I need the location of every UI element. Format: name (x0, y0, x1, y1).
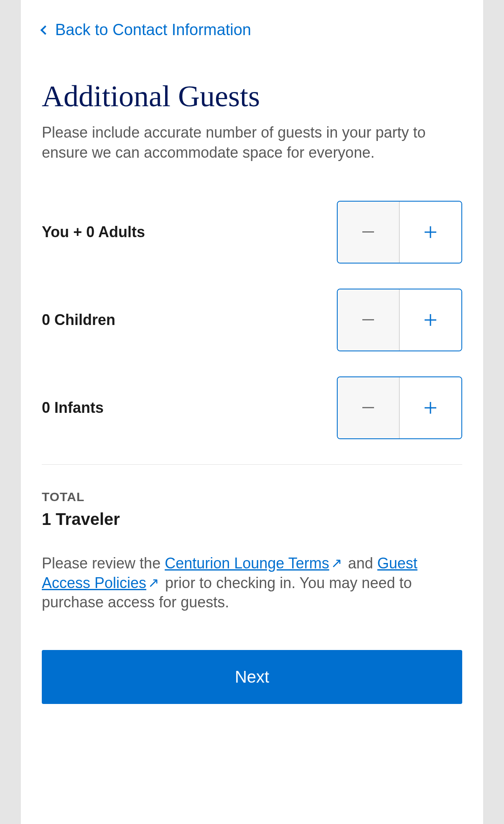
infants-stepper-label: 0 Infants (42, 399, 104, 417)
minus-icon (362, 407, 374, 408)
minus-icon (362, 231, 374, 233)
disclosure-text: Please review the Centurion Lounge Terms… (42, 554, 462, 612)
main-content: Back to Contact Information Additional G… (21, 0, 483, 824)
chevron-left-icon (41, 25, 50, 35)
infants-increment-button[interactable] (400, 377, 461, 438)
infants-stepper (337, 376, 462, 439)
centurion-lounge-terms-link[interactable]: Centurion Lounge Terms (165, 555, 329, 572)
children-decrement-button[interactable] (337, 289, 400, 351)
adults-increment-button[interactable] (400, 202, 461, 263)
children-stepper-row: 0 Children (42, 289, 462, 351)
adults-decrement-button[interactable] (337, 201, 400, 264)
minus-icon (362, 319, 374, 320)
external-link-icon: ↗ (148, 574, 159, 592)
back-link[interactable]: Back to Contact Information (42, 21, 462, 39)
page-description: Please include accurate number of guests… (42, 123, 462, 163)
total-label: TOTAL (42, 490, 462, 504)
next-button[interactable]: Next (42, 650, 462, 704)
back-link-label: Back to Contact Information (55, 21, 251, 39)
plus-icon (425, 402, 436, 414)
children-stepper (337, 289, 462, 351)
plus-icon (425, 314, 436, 326)
disclosure-middle: and (344, 555, 377, 572)
external-link-icon: ↗ (331, 555, 342, 572)
adults-stepper-row: You + 0 Adults (42, 201, 462, 264)
page-title: Additional Guests (42, 81, 462, 113)
adults-stepper (337, 201, 462, 264)
adults-stepper-label: You + 0 Adults (42, 223, 145, 241)
total-value: 1 Traveler (42, 510, 462, 529)
divider (42, 464, 462, 465)
children-stepper-label: 0 Children (42, 311, 115, 329)
infants-decrement-button[interactable] (337, 376, 400, 439)
disclosure-prefix: Please review the (42, 555, 165, 572)
plus-icon (425, 226, 436, 238)
children-increment-button[interactable] (400, 289, 461, 351)
infants-stepper-row: 0 Infants (42, 376, 462, 439)
